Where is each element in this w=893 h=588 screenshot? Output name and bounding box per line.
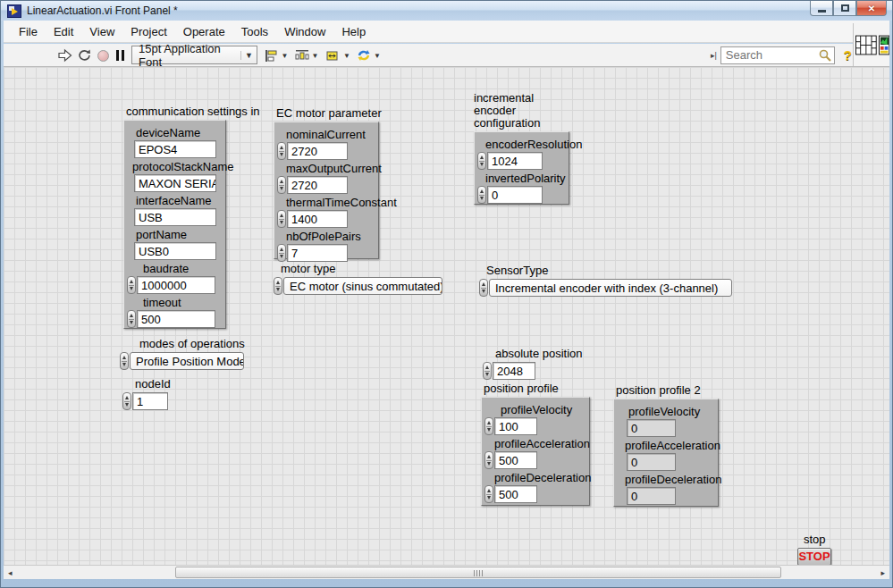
help-icon[interactable]: ? <box>844 47 852 63</box>
ring-value-motor-type[interactable]: EC motor (sinus commutated) <box>283 277 442 295</box>
increment-decrement-spinner[interactable] <box>274 277 282 295</box>
increment-decrement-spinner[interactable] <box>277 176 286 194</box>
chevron-down-icon: ▼ <box>374 52 381 60</box>
run-button[interactable] <box>55 46 73 64</box>
stop-label: stop <box>804 533 831 546</box>
scroll-left-icon[interactable]: ◂ <box>8 568 13 577</box>
increment-decrement-spinner[interactable] <box>484 417 493 435</box>
search-icon[interactable] <box>818 48 832 63</box>
stop-button[interactable]: STOP <box>797 548 831 565</box>
increment-decrement-spinner[interactable] <box>484 451 493 469</box>
string-field-deviceName[interactable]: EPOS4 <box>134 140 216 158</box>
ring-value-sensor-type[interactable]: Incremental encoder with index (3-channe… <box>489 279 732 297</box>
menu-project[interactable]: Project <box>122 22 174 41</box>
indicator-profileDeceleration: 0 <box>627 487 676 505</box>
abort-button[interactable] <box>95 46 111 64</box>
connector-pane-icon[interactable] <box>855 35 877 55</box>
menu-help[interactable]: Help <box>333 22 374 41</box>
pause-button[interactable] <box>113 46 127 64</box>
field-label: profileVelocity <box>501 403 589 416</box>
cluster-ec-motor-parameter: EC motor parameter nominalCurrent 2720 m… <box>274 106 382 259</box>
numeric-field-thermalTimeConstant[interactable]: 1400 <box>287 210 348 228</box>
numeric-field-profileAcceleration[interactable]: 500 <box>494 451 537 469</box>
numeric-absolute-position: absolute position 2048 <box>483 347 583 380</box>
field-label: profileDeceleration <box>625 473 718 486</box>
scrollbar-thumb[interactable] <box>175 567 781 578</box>
maximize-button[interactable] <box>833 1 856 16</box>
numeric-field-invertedPolarity[interactable]: 0 <box>487 186 543 204</box>
run-arrow-icon <box>57 48 72 63</box>
chevron-down-icon: ▼ <box>282 52 289 60</box>
stop-control: stop STOP <box>797 533 831 565</box>
numeric-field-profileDeceleration[interactable]: 500 <box>494 485 537 503</box>
numeric-field-baudrate[interactable]: 1000000 <box>137 276 215 294</box>
increment-decrement-spinner[interactable] <box>479 279 488 297</box>
close-icon: ✕ <box>868 4 875 13</box>
menu-view[interactable]: View <box>81 22 122 41</box>
menu-bar: File Edit View Project Operate Tools Win… <box>4 21 889 43</box>
cluster-label: EC motor parameter <box>276 106 382 120</box>
increment-decrement-spinner[interactable] <box>120 352 129 370</box>
field-label: profileAcceleration <box>494 437 589 450</box>
minimize-button[interactable] <box>810 1 833 16</box>
scroll-right-icon[interactable]: ▸ <box>880 568 885 577</box>
distribute-objects-icon <box>295 49 310 63</box>
align-objects-button[interactable]: ▼ <box>263 46 290 64</box>
increment-decrement-spinner[interactable] <box>277 142 286 160</box>
string-field-interfaceName[interactable]: USB <box>134 208 216 226</box>
increment-decrement-spinner[interactable] <box>127 310 136 328</box>
increment-decrement-spinner[interactable] <box>122 392 131 410</box>
field-label: thermalTimeConstant <box>286 196 378 209</box>
labview-window: LinearActuation.vi Front Panel * ✕ File … <box>0 0 893 588</box>
numeric-field-nodeId[interactable]: 1 <box>132 392 168 410</box>
increment-decrement-spinner[interactable] <box>277 210 286 228</box>
field-label: portName <box>136 228 225 241</box>
distribute-objects-button[interactable]: ▼ <box>293 46 320 64</box>
increment-decrement-spinner[interactable] <box>484 485 493 503</box>
increment-decrement-spinner[interactable] <box>477 186 486 204</box>
indicator-profileAcceleration: 0 <box>627 453 676 471</box>
menu-file[interactable]: File <box>11 22 46 41</box>
numeric-field-nominalCurrent[interactable]: 2720 <box>287 142 348 160</box>
maximize-icon <box>841 4 849 12</box>
front-panel[interactable]: communication settings in deviceName EPO… <box>4 67 889 565</box>
menu-edit[interactable]: Edit <box>46 22 81 41</box>
numeric-label: absolute position <box>495 347 583 360</box>
horizontal-scrollbar[interactable]: ◂ ▸ <box>4 565 889 579</box>
resize-objects-button[interactable]: ▼ <box>324 46 352 64</box>
increment-decrement-spinner[interactable] <box>277 244 286 262</box>
ring-motor-type: motor type EC motor (sinus commutated) <box>274 262 442 295</box>
run-continuously-button[interactable] <box>75 46 93 64</box>
numeric-field-nbOfPolePairs[interactable]: 7 <box>287 244 348 262</box>
numeric-field-profileVelocity[interactable]: 100 <box>494 417 537 435</box>
cluster-label: position profile <box>484 382 590 395</box>
numeric-field-timeout[interactable]: 500 <box>137 310 215 328</box>
cluster-label: communication settings in <box>126 105 260 118</box>
menu-window[interactable]: Window <box>276 22 333 41</box>
numeric-field-absolute-position[interactable]: 2048 <box>493 362 535 380</box>
search-pane-toggle[interactable]: ▸| <box>711 51 717 60</box>
increment-icon <box>130 280 133 283</box>
titlebar[interactable]: LinearActuation.vi Front Panel * ✕ <box>1 1 892 21</box>
ring-value-modes-of-operations[interactable]: Profile Position Mode <box>130 352 244 370</box>
field-label: nominalCurrent <box>286 128 378 141</box>
increment-decrement-spinner[interactable] <box>127 276 136 294</box>
window-title: LinearActuation.vi Front Panel * <box>27 4 178 17</box>
menu-operate[interactable]: Operate <box>175 22 233 41</box>
field-label: maxOutputCurrent <box>286 162 378 175</box>
chevron-down-icon: ▼ <box>312 52 319 60</box>
increment-decrement-spinner[interactable] <box>477 152 486 170</box>
string-field-portName[interactable]: USB0 <box>134 242 216 260</box>
string-field-protocolStackName[interactable]: MAXON SERIAL <box>134 174 216 192</box>
vi-icon[interactable] <box>879 35 889 55</box>
menu-tools[interactable]: Tools <box>233 22 276 41</box>
increment-decrement-spinner[interactable] <box>483 362 492 380</box>
reorder-objects-button[interactable]: ▼ <box>354 46 383 64</box>
field-label: baudrate <box>143 262 225 275</box>
numeric-field-encoderResolution[interactable]: 1024 <box>487 152 543 170</box>
numeric-field-maxOutputCurrent[interactable]: 2720 <box>287 176 348 194</box>
font-selector[interactable]: 15pt Application Font ▼ <box>131 46 257 64</box>
field-label: deviceName <box>136 126 225 139</box>
cluster-label: incremental encoder configuration <box>474 92 574 130</box>
close-button[interactable]: ✕ <box>856 1 887 16</box>
